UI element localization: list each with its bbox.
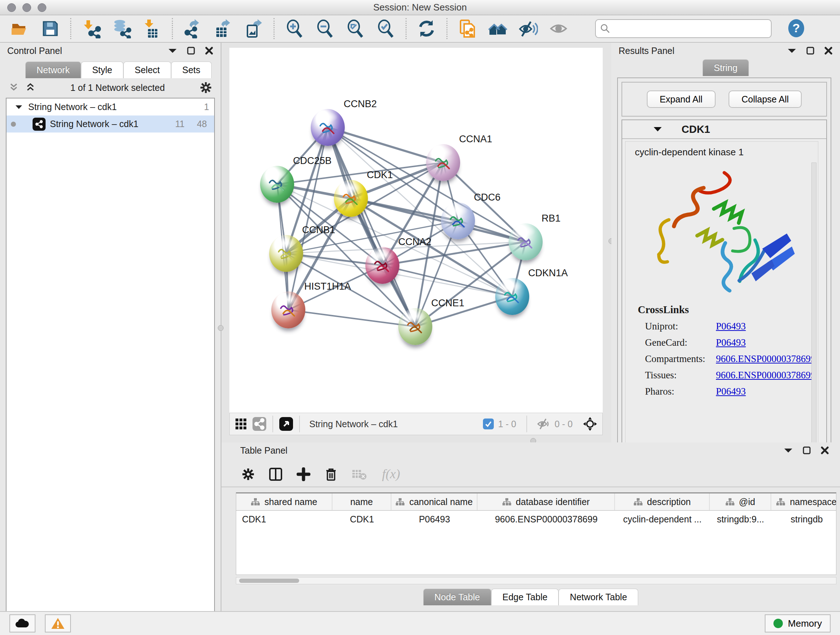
network-node-CDKN1A[interactable] [495, 278, 529, 315]
collapse-all-button[interactable]: Collapse All [729, 90, 802, 108]
collection-count: 1 [204, 102, 209, 112]
table-options-button[interactable] [242, 468, 255, 481]
control-panel: Control Panel NetworkStyleSelectSets 1 o… [0, 43, 221, 611]
panel-close-button[interactable] [205, 46, 213, 55]
gene-section-header[interactable]: CDK1 [622, 120, 826, 139]
network-overview-button[interactable] [252, 417, 267, 431]
network-node-CCNA2[interactable] [365, 247, 399, 284]
network-canvas[interactable]: CCNB2CCNA1CDC25BCDK1CDC6RB1CCNB1CCNA2CDK… [229, 48, 603, 413]
cloud-button[interactable] [9, 614, 35, 632]
crosslink-value-link[interactable]: 9606.ENSP00000378699 [716, 370, 815, 381]
column-header-canonical-name[interactable]: canonical name [392, 494, 477, 510]
export-network-button[interactable] [182, 18, 203, 39]
tab-network[interactable]: Network [25, 62, 81, 78]
delete-table-button[interactable] [352, 468, 367, 481]
network-edge[interactable] [328, 127, 443, 163]
eye-slash-small-icon [537, 418, 550, 430]
results-scrollbar[interactable] [812, 163, 816, 446]
crosslink-value-link[interactable]: P06493 [716, 386, 746, 397]
network-edge[interactable] [351, 198, 526, 242]
tab-sets[interactable]: Sets [171, 62, 212, 78]
crosslink-value-link[interactable]: 9606.ENSP00000378699 [716, 353, 815, 364]
panel-float-button[interactable] [802, 446, 811, 455]
network-tree: String Network – cdk1 1 String Network –… [6, 98, 215, 635]
column-header-name[interactable]: name [332, 494, 392, 510]
column-header-namespace[interactable]: namespace [771, 494, 836, 510]
panel-float-button[interactable] [187, 46, 195, 55]
table-horizontal-scrollbar[interactable] [236, 577, 836, 584]
network-node-CCNA1[interactable] [426, 144, 460, 181]
column-header-@id[interactable]: @id [710, 494, 771, 510]
network-edge[interactable] [328, 127, 415, 326]
export-image-button[interactable] [243, 18, 264, 39]
save-session-button[interactable] [40, 18, 61, 39]
hide-selected-button[interactable] [518, 18, 538, 39]
zoom-out-button[interactable] [314, 18, 335, 39]
panel-collapse-button[interactable] [783, 448, 793, 453]
tab-node-table[interactable]: Node Table [423, 589, 491, 605]
network-collection-row[interactable]: String Network – cdk1 1 [6, 98, 214, 116]
main-toolbar: ? [0, 15, 840, 43]
hidden-count-button[interactable] [537, 418, 550, 430]
import-network-database-button[interactable] [111, 18, 132, 39]
results-panel-title: Results Panel [619, 46, 674, 56]
pan-mode-button[interactable] [583, 417, 597, 431]
network-node-HIST1H1A[interactable] [271, 291, 305, 328]
selected-count-checkbox[interactable] [483, 418, 494, 429]
tab-string[interactable]: String [703, 59, 748, 76]
panel-float-button[interactable] [806, 46, 815, 55]
apply-layout-button[interactable] [416, 18, 437, 39]
network-options-button[interactable] [200, 81, 212, 94]
column-header-database-identifier[interactable]: database identifier [477, 494, 615, 510]
warnings-button[interactable] [45, 614, 71, 632]
network-node-CCNB1[interactable] [269, 235, 303, 272]
tab-network-table[interactable]: Network Table [559, 589, 638, 605]
show-all-button[interactable] [548, 18, 569, 39]
detach-view-button[interactable] [279, 417, 294, 431]
panel-collapse-button[interactable] [168, 48, 177, 54]
column-header-shared-name[interactable]: shared name [236, 494, 332, 510]
import-table-button[interactable] [141, 18, 163, 39]
network-node-CDC6[interactable] [441, 203, 475, 239]
protein-thumbnail [402, 316, 428, 340]
column-header-description[interactable]: description [615, 494, 710, 510]
add-column-button[interactable] [297, 467, 310, 481]
search-input[interactable] [614, 24, 767, 34]
network-edge[interactable] [288, 310, 415, 326]
clone-network-button[interactable] [457, 18, 478, 39]
zoom-fit-button[interactable] [345, 18, 366, 39]
expand-tree-button[interactable] [9, 82, 19, 93]
memory-button[interactable]: Memory [765, 614, 831, 632]
birds-eye-view-button[interactable] [235, 418, 247, 430]
crosslink-value-link[interactable]: P06493 [716, 321, 746, 332]
import-network-file-button[interactable] [81, 18, 102, 39]
panel-close-button[interactable] [821, 446, 829, 455]
crosslink-value-link[interactable]: P06493 [716, 337, 746, 348]
network-node-CCNE1[interactable] [398, 308, 432, 345]
network-node-CDK1[interactable] [334, 180, 368, 217]
tab-style[interactable]: Style [81, 62, 124, 78]
network-node-RB1[interactable] [508, 223, 543, 260]
network-node-CDC25B[interactable] [260, 166, 294, 203]
collapse-tree-button[interactable] [25, 82, 35, 93]
export-table-button[interactable] [213, 18, 234, 39]
delete-column-button[interactable] [324, 467, 338, 481]
panel-close-button[interactable] [824, 46, 833, 55]
splitter-handle[interactable] [218, 325, 224, 331]
network-node-CCNB2[interactable] [311, 109, 345, 146]
show-columns-button[interactable] [268, 467, 283, 481]
network-row[interactable]: String Network – cdk1 11 48 [6, 116, 214, 133]
search-field[interactable] [595, 19, 772, 38]
tab-select[interactable]: Select [123, 62, 171, 78]
help-button[interactable]: ? [786, 18, 806, 40]
table-row[interactable]: CDK1CDK1P064939606.ENSP00000378699cyclin… [236, 511, 836, 527]
open-session-button[interactable] [9, 18, 30, 39]
tab-edge-table[interactable]: Edge Table [491, 589, 559, 605]
function-builder-button[interactable]: f(x) [381, 466, 407, 482]
zoom-selected-button[interactable] [375, 18, 396, 39]
eye-icon [549, 19, 568, 38]
expand-all-button[interactable]: Expand All [647, 90, 715, 108]
graphics-details-button[interactable] [487, 18, 508, 39]
zoom-in-button[interactable] [284, 18, 305, 39]
panel-collapse-button[interactable] [787, 48, 797, 54]
